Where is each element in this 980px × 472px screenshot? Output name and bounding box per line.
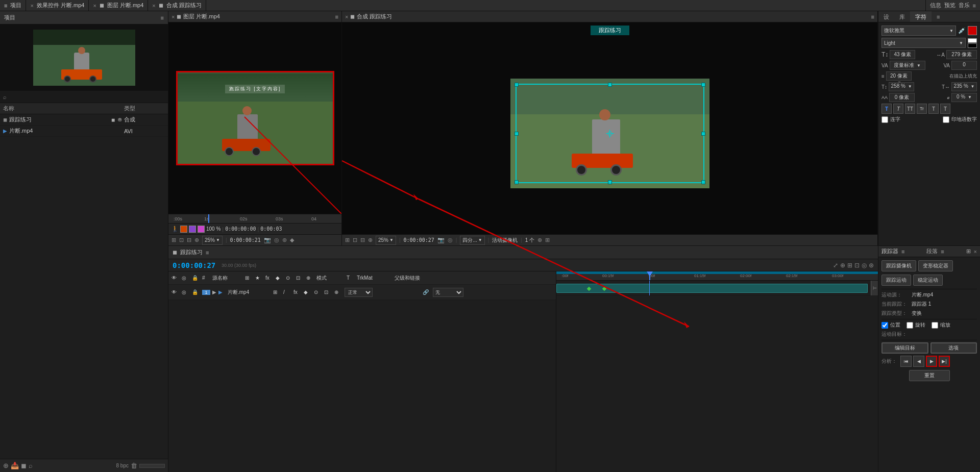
handle-tm[interactable] [608, 83, 612, 87]
handle-tr[interactable] [701, 83, 705, 87]
baseline-field[interactable]: 0 像素 [889, 93, 915, 102]
track-solo[interactable]: ◎ [182, 289, 190, 295]
composite-preview-menu[interactable]: ≡ [871, 14, 874, 20]
mask-icon[interactable]: ◎ [274, 237, 279, 243]
list-item-clip[interactable]: ▶ 片断.mp4 AVI [0, 126, 168, 137]
expand-icon[interactable]: ⊞ [966, 248, 971, 255]
warp-stabilize-btn[interactable]: 变形稳定器 [918, 260, 953, 271]
search-icon-bottom[interactable]: ⌕ [29, 462, 33, 469]
tab-character[interactable]: 字符 [910, 11, 932, 22]
clip-bar[interactable] [556, 284, 868, 293]
menu-icon[interactable]: ≡ [973, 3, 976, 9]
layer-preview-menu[interactable]: ≡ [335, 14, 338, 20]
btn-grid-r[interactable]: ⊞ [345, 237, 350, 243]
sw-1[interactable]: ⊞ [273, 289, 281, 295]
sw-3[interactable]: fx [293, 289, 302, 295]
effects-close[interactable]: × [30, 3, 33, 9]
va2-field[interactable]: 0 [951, 61, 977, 70]
color-wheel[interactable]: ⊛ [282, 237, 287, 243]
ctrl-icon6[interactable]: ⊛ [869, 262, 874, 269]
baseline-right-field[interactable]: 0 % ▼ [951, 93, 977, 102]
swatch-white[interactable] [968, 38, 977, 43]
new-comp-icon[interactable]: ◼ [21, 462, 27, 469]
font-family-dropdown[interactable]: 微软雅黑 ▼ [881, 26, 956, 36]
ctrl-icon5[interactable]: ◎ [862, 262, 867, 269]
delete-icon[interactable]: 🗑 [131, 462, 137, 469]
font-style-dropdown[interactable]: Light ▼ [881, 38, 966, 48]
style-TT-btn[interactable]: TT [905, 104, 915, 114]
handle-bl[interactable] [514, 180, 519, 184]
project-menu-icon[interactable]: ≡ [161, 15, 164, 21]
composite-preview-close[interactable]: × [345, 14, 348, 20]
rotate-checkbox[interactable] [906, 322, 913, 329]
style-italic-btn[interactable]: T [893, 104, 903, 114]
va-field[interactable]: 度量标准 ▼ [890, 61, 925, 70]
sw-4[interactable]: ◆ [304, 289, 312, 295]
track-lock[interactable]: 🔒 [192, 289, 200, 295]
layer-preview-close[interactable]: × [172, 14, 175, 20]
analyze-play[interactable]: ▶ [926, 356, 937, 367]
import-icon[interactable]: 📥 [11, 462, 19, 469]
list-item-composite[interactable]: ◼ 跟踪练习 ◼ ⛃ 合成 [0, 114, 168, 126]
btn-mask-r[interactable]: ⊕ [368, 237, 373, 243]
zoom-right[interactable]: 25% ▼ [376, 236, 396, 245]
analyze-prev-prev[interactable]: ⏮ [900, 356, 912, 367]
timeline-menu[interactable]: ≡ [206, 250, 209, 256]
track-eye[interactable]: 👁 [172, 289, 180, 295]
scale-h-field[interactable]: 258 % ▼ [889, 82, 914, 91]
btn-view-r[interactable]: ⊡ [353, 237, 357, 243]
options-btn[interactable]: 选项 [930, 342, 977, 354]
style-bold-btn[interactable]: T [881, 104, 892, 114]
swatch-black[interactable] [968, 43, 977, 48]
ctrl-icon2[interactable]: ⊕ [840, 262, 845, 269]
ctrl-icon1[interactable]: ⤢ [833, 262, 838, 269]
btn-grid[interactable]: ⊞ [172, 237, 176, 243]
btn-mask[interactable]: ⊕ [194, 237, 199, 243]
stabilize-motion-btn[interactable]: 稳定运动 [913, 275, 943, 286]
tab-menu[interactable]: ≡ [932, 11, 945, 22]
layers-close[interactable]: × [93, 3, 96, 9]
parent-dropdown[interactable]: 无 [433, 288, 463, 297]
paragraph-menu[interactable]: ≡ [941, 249, 944, 255]
handle-mr[interactable] [701, 132, 705, 136]
sw-5[interactable]: ⊙ [314, 289, 322, 295]
position-checkbox[interactable] [881, 322, 888, 329]
style-T-sub-btn[interactable]: T [928, 104, 939, 114]
center-handle[interactable] [606, 130, 614, 138]
analyze-next[interactable]: ▶| [939, 356, 950, 367]
btn-safe-r[interactable]: ⊟ [360, 237, 365, 243]
effects-tab[interactable]: × 效果控件 片断.mp4 [26, 0, 89, 11]
tab-library[interactable]: 库 [894, 11, 910, 22]
project-tab[interactable]: ≡ 项目 [0, 0, 26, 11]
tracker-menu-icon[interactable]: ≡ [901, 249, 904, 255]
handle-bm[interactable] [608, 180, 612, 184]
cam-icon[interactable]: 📷 [264, 237, 271, 243]
ctrl-icon3[interactable]: ⊞ [847, 262, 852, 269]
handle-ml[interactable] [514, 132, 519, 136]
scale-checkbox[interactable] [932, 322, 938, 329]
zoom-left[interactable]: 25% ▼ [202, 236, 223, 245]
line-height-field[interactable]: 20 像素 ▼ [886, 71, 912, 81]
color-swatch-main[interactable] [968, 26, 977, 35]
sw-2[interactable]: / [283, 289, 291, 295]
composite-close[interactable]: × [152, 3, 155, 9]
tab-settings[interactable]: 设 [878, 11, 894, 22]
scale-v-field[interactable]: 235 % ▼ [951, 82, 977, 91]
ligature-checkbox[interactable] [881, 116, 888, 123]
mode-dropdown[interactable]: 正常 [345, 288, 373, 297]
ctrl-icon4[interactable]: ⊡ [854, 262, 860, 269]
diamond-icon[interactable]: ◆ [290, 237, 294, 243]
style-T-sup-btn[interactable]: T [940, 104, 950, 114]
timecode-display[interactable]: 0:00:00:27 [173, 261, 218, 269]
font-size-field[interactable]: 43 像素 [890, 50, 915, 59]
analyze-prev[interactable]: ◀ [913, 356, 924, 367]
sw-6[interactable]: ⊡ [324, 289, 332, 295]
btn-safe[interactable]: ⊟ [187, 237, 191, 243]
search-input[interactable] [9, 94, 165, 100]
close-tracker[interactable]: × [974, 249, 977, 255]
btn-view[interactable]: ⊡ [179, 237, 184, 243]
handle-br[interactable] [701, 180, 705, 184]
handle-tl[interactable] [514, 83, 519, 87]
tracking-field[interactable]: 279 像素 [946, 50, 977, 59]
layers-tab[interactable]: × ◼ 图层 片断.mp4 [89, 0, 148, 11]
